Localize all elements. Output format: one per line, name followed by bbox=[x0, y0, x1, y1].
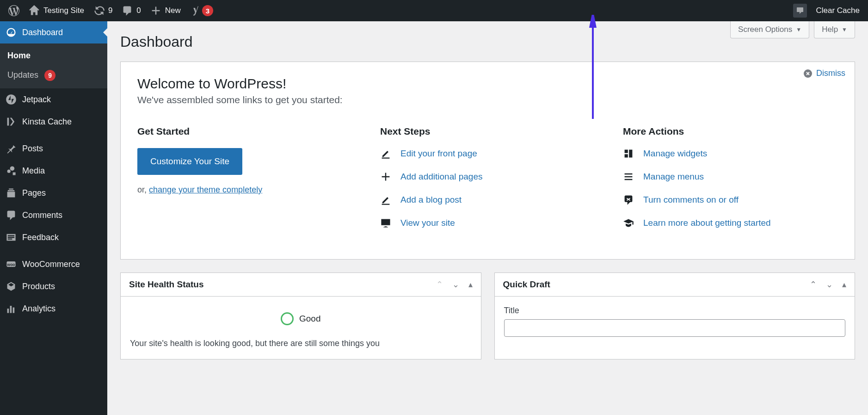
toggle-comments-link[interactable]: Turn comments on or off bbox=[623, 194, 838, 205]
admin-sidebar: Dashboard Home Updates 9 Jetpack Kinsta … bbox=[0, 21, 107, 415]
quick-draft-title: Quick Draft bbox=[503, 279, 550, 290]
clear-cache-link[interactable]: Clear Cache bbox=[812, 0, 865, 21]
health-description: Your site's health is looking good, but … bbox=[130, 337, 472, 350]
quick-draft-metabox: Quick Draft ⌃ ⌄ ▴ Title bbox=[494, 273, 856, 359]
products-icon bbox=[6, 281, 17, 292]
comment-icon bbox=[122, 5, 133, 16]
yoast-icon bbox=[190, 5, 201, 16]
chevron-down-icon: ▼ bbox=[842, 26, 847, 33]
menu-products[interactable]: Products bbox=[0, 275, 107, 297]
more-actions-heading: More Actions bbox=[623, 126, 838, 137]
main-content: Screen Options▼ Help▼ Dashboard Dismiss … bbox=[107, 21, 868, 359]
menu-comments[interactable]: Comments bbox=[0, 204, 107, 226]
next-steps-column: Next Steps Edit your front page Add addi… bbox=[380, 126, 595, 241]
menu-dashboard[interactable]: Dashboard bbox=[0, 21, 107, 43]
home-icon bbox=[29, 5, 40, 16]
toggle-button[interactable]: ▴ bbox=[842, 279, 846, 290]
customize-site-button[interactable]: Customize Your Site bbox=[137, 148, 242, 175]
menu-icon bbox=[623, 171, 634, 182]
edit-front-page-link[interactable]: Edit your front page bbox=[380, 148, 595, 159]
chevron-down-icon: ▼ bbox=[796, 26, 801, 33]
svg-point-0 bbox=[6, 94, 16, 105]
menu-jetpack-label: Jetpack bbox=[22, 95, 51, 105]
new-link[interactable]: New bbox=[146, 0, 185, 21]
site-health-title: Site Health Status bbox=[129, 279, 204, 290]
admin-bar: Testing Site 9 0 New 3 Clear Cache bbox=[0, 0, 868, 21]
updates-link[interactable]: 9 bbox=[89, 0, 117, 21]
menu-woocommerce[interactable]: woo WooCommerce bbox=[0, 253, 107, 275]
updates-badge: 9 bbox=[44, 70, 55, 81]
menu-analytics[interactable]: Analytics bbox=[0, 297, 107, 320]
svg-text:woo: woo bbox=[7, 262, 15, 267]
submenu-updates-label: Updates bbox=[7, 70, 38, 80]
comments-link[interactable]: 0 bbox=[117, 0, 145, 21]
edit-icon bbox=[380, 148, 391, 159]
welcome-subtitle: We've assembled some links to get you st… bbox=[137, 94, 838, 105]
toggle-button[interactable]: ▴ bbox=[468, 279, 473, 290]
menu-dashboard-label: Dashboard bbox=[22, 28, 63, 37]
move-down-button[interactable]: ⌄ bbox=[452, 279, 459, 290]
menu-feedback[interactable]: Feedback bbox=[0, 226, 107, 248]
menu-woocommerce-label: WooCommerce bbox=[22, 260, 80, 269]
submenu-dashboard: Home Updates 9 bbox=[0, 43, 107, 88]
clear-cache-label: Clear Cache bbox=[816, 6, 860, 15]
help-label: Help bbox=[822, 25, 838, 34]
feedback-icon bbox=[6, 232, 17, 243]
welcome-title: Welcome to WordPress! bbox=[137, 76, 838, 92]
submenu-updates[interactable]: Updates 9 bbox=[0, 65, 107, 86]
comment-off-icon bbox=[623, 194, 634, 205]
help-button[interactable]: Help▼ bbox=[814, 21, 855, 38]
menu-pages[interactable]: Pages bbox=[0, 182, 107, 204]
updates-count: 9 bbox=[108, 6, 112, 15]
move-down-button[interactable]: ⌄ bbox=[826, 279, 833, 290]
manage-menus-link[interactable]: Manage menus bbox=[623, 171, 838, 182]
menu-feedback-label: Feedback bbox=[22, 233, 59, 242]
more-actions-column: More Actions Manage widgets Manage menus… bbox=[623, 126, 838, 241]
screen-options-button[interactable]: Screen Options▼ bbox=[730, 21, 809, 38]
get-started-heading: Get Started bbox=[137, 126, 352, 137]
analytics-icon bbox=[6, 303, 17, 314]
notifications-button[interactable] bbox=[788, 0, 812, 21]
submenu-home[interactable]: Home bbox=[0, 46, 107, 65]
site-name-link[interactable]: Testing Site bbox=[24, 0, 89, 21]
widgets-icon bbox=[623, 148, 634, 159]
view-site-link[interactable]: View your site bbox=[380, 217, 595, 229]
yoast-count-badge: 3 bbox=[202, 5, 213, 16]
monitor-icon bbox=[380, 217, 391, 229]
update-icon bbox=[93, 5, 105, 16]
menu-jetpack[interactable]: Jetpack bbox=[0, 88, 107, 111]
menu-posts[interactable]: Posts bbox=[0, 137, 107, 160]
title-label: Title bbox=[504, 306, 846, 316]
quick-draft-header[interactable]: Quick Draft ⌃ ⌄ ▴ bbox=[495, 273, 855, 297]
menu-media-label: Media bbox=[22, 166, 45, 176]
change-theme-link[interactable]: change your theme completely bbox=[149, 185, 262, 194]
add-pages-link[interactable]: Add additional pages bbox=[380, 171, 595, 182]
menu-posts-label: Posts bbox=[22, 144, 43, 154]
woo-icon: woo bbox=[6, 259, 17, 270]
welcome-panel: Dismiss Welcome to WordPress! We've asse… bbox=[120, 62, 855, 260]
site-health-header[interactable]: Site Health Status ⌃ ⌄ ▴ bbox=[121, 273, 481, 297]
menu-media[interactable]: Media bbox=[0, 160, 107, 182]
write-icon bbox=[380, 194, 391, 205]
yoast-link[interactable]: 3 bbox=[185, 0, 218, 21]
comments-icon bbox=[6, 210, 17, 221]
comments-count: 0 bbox=[136, 6, 141, 15]
menu-products-label: Products bbox=[22, 282, 55, 291]
pin-icon bbox=[6, 143, 17, 154]
draft-title-input[interactable] bbox=[504, 319, 846, 337]
menu-pages-label: Pages bbox=[22, 188, 46, 198]
move-up-button[interactable]: ⌃ bbox=[810, 279, 817, 290]
new-label: New bbox=[165, 6, 181, 15]
media-icon bbox=[6, 165, 17, 176]
wp-logo[interactable] bbox=[4, 0, 24, 21]
plus-icon bbox=[150, 5, 161, 16]
learn-more-link[interactable]: Learn more about getting started bbox=[623, 217, 838, 229]
or-change-theme: or, change your theme completely bbox=[137, 185, 352, 195]
dismiss-label: Dismiss bbox=[816, 68, 845, 78]
add-blog-post-link[interactable]: Add a blog post bbox=[380, 194, 595, 205]
menu-analytics-label: Analytics bbox=[22, 304, 55, 314]
dismiss-link[interactable]: Dismiss bbox=[803, 68, 845, 78]
menu-kinsta[interactable]: Kinsta Cache bbox=[0, 111, 107, 133]
manage-widgets-link[interactable]: Manage widgets bbox=[623, 148, 838, 159]
move-up-button[interactable]: ⌃ bbox=[436, 279, 443, 290]
